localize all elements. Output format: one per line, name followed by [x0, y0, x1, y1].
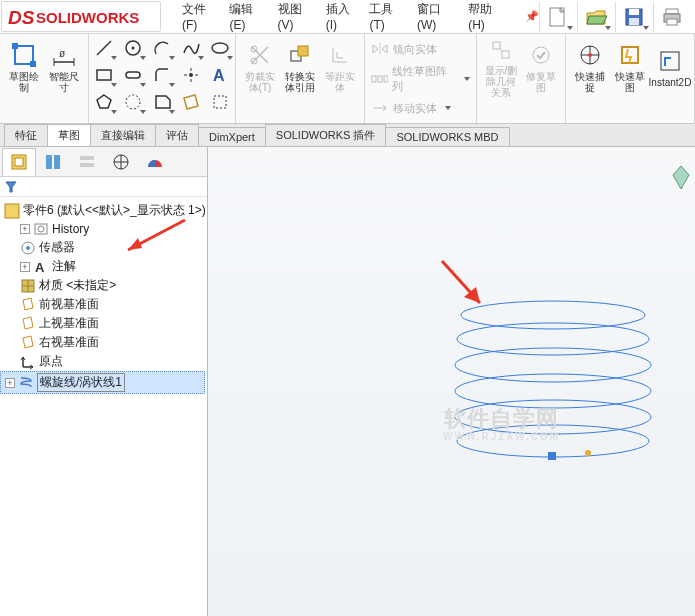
svg-rect-36 — [661, 52, 679, 70]
fillet-tool[interactable] — [148, 62, 176, 88]
sketch-tools-group: A — [89, 34, 236, 123]
tab-sketch[interactable]: 草图 — [47, 124, 91, 146]
tab-features[interactable]: 特征 — [4, 124, 48, 146]
svg-point-54 — [455, 374, 651, 408]
svg-point-48 — [26, 246, 30, 250]
svg-point-13 — [132, 47, 135, 50]
svg-rect-22 — [214, 96, 226, 108]
annotation-arrow-2 — [436, 257, 496, 317]
fm-tab-bar — [0, 147, 207, 177]
svg-point-34 — [588, 53, 592, 57]
svg-rect-26 — [298, 46, 308, 56]
expand-icon[interactable]: + — [20, 224, 30, 234]
slot-tool[interactable] — [119, 62, 147, 88]
open-button[interactable] — [577, 2, 613, 32]
svg-point-58 — [585, 450, 591, 456]
expand-icon[interactable]: + — [20, 262, 30, 272]
svg-marker-21 — [156, 96, 170, 108]
text-tool[interactable]: A — [206, 62, 234, 88]
construction-tool[interactable] — [206, 89, 234, 115]
svg-rect-3 — [629, 9, 639, 15]
quick-snap-button[interactable]: 快速捕 捉 — [570, 36, 610, 98]
tree-front-plane[interactable]: 前视基准面 — [2, 295, 205, 314]
tree-helix[interactable]: + 螺旋线/涡状线1 — [0, 371, 205, 394]
rapid-sketch-button[interactable]: 快速草 图 — [610, 36, 650, 98]
svg-rect-4 — [629, 18, 639, 25]
menu-window[interactable]: 窗口(W) — [417, 1, 458, 32]
tree-material[interactable]: 材质 <未指定> — [2, 276, 205, 295]
arc-tool[interactable] — [148, 35, 176, 61]
repair-sketch-button[interactable]: 修复草 图 — [521, 36, 561, 98]
plane-tool[interactable] — [177, 89, 205, 115]
svg-rect-15 — [97, 70, 111, 80]
svg-rect-29 — [384, 76, 388, 82]
save-button[interactable] — [615, 2, 651, 32]
fm-tab-property[interactable] — [36, 148, 70, 176]
svg-rect-42 — [80, 163, 94, 167]
tab-evaluate[interactable]: 评估 — [155, 124, 199, 146]
fm-tab-tree[interactable] — [2, 148, 36, 176]
point-tool[interactable] — [177, 62, 205, 88]
line-tool[interactable] — [90, 35, 118, 61]
ellipse-tool[interactable] — [206, 35, 234, 61]
tree-origin[interactable]: 原点 — [2, 352, 205, 371]
offset-button[interactable]: 等距实 体 — [320, 36, 360, 98]
graphics-viewport[interactable]: 软件自学网 WWW.RJZXW.COM — [208, 147, 695, 616]
fm-tab-dimxpert[interactable] — [104, 148, 138, 176]
feature-tabs: 特征 草图 直接编辑 评估 DimXpert SOLIDWORKS 插件 SOL… — [0, 124, 695, 147]
tab-addins[interactable]: SOLIDWORKS 插件 — [265, 124, 387, 146]
filter-row[interactable] — [0, 177, 207, 197]
svg-rect-5 — [666, 9, 678, 14]
feature-manager-panel: 零件6 (默认<<默认>_显示状态 1>) + History 传感器 + A … — [0, 147, 208, 616]
menu-insert[interactable]: 插入(I) — [326, 1, 360, 32]
tree-top-plane[interactable]: 上视基准面 — [2, 314, 205, 333]
spline-tool[interactable] — [177, 35, 205, 61]
watermark: 软件自学网 WWW.RJZXW.COM — [443, 407, 560, 442]
svg-rect-40 — [54, 155, 60, 169]
pin-icon[interactable]: 📌 — [525, 10, 539, 23]
fm-tab-appearance[interactable] — [138, 148, 172, 176]
linear-pattern-button[interactable]: 线性草图阵列 — [371, 64, 470, 94]
tree-annotations[interactable]: + A 注解 — [2, 257, 205, 276]
trim-button[interactable]: 剪裁实 体(T) — [240, 36, 280, 98]
mirror-button[interactable]: 镜向实体 — [371, 42, 470, 57]
svg-rect-16 — [126, 72, 140, 78]
quick-toolbar — [539, 0, 695, 33]
menu-view[interactable]: 视图(V) — [278, 1, 316, 32]
svg-rect-38 — [15, 158, 23, 166]
menu-tools[interactable]: 工具(T) — [369, 1, 406, 32]
print-button[interactable] — [653, 2, 689, 32]
instant2d-button[interactable]: Instant2D — [650, 36, 690, 98]
polygon-tool[interactable] — [90, 89, 118, 115]
svg-rect-10 — [30, 61, 36, 67]
svg-marker-19 — [97, 95, 111, 108]
expand-icon[interactable]: + — [5, 378, 15, 388]
svg-point-20 — [126, 95, 140, 109]
tab-dimxpert[interactable]: DimXpert — [198, 127, 266, 146]
new-button[interactable] — [539, 2, 575, 32]
chamfer-tool[interactable] — [148, 89, 176, 115]
app-logo[interactable]: DS SOLIDWORKS — [1, 1, 161, 32]
tab-mbd[interactable]: SOLIDWORKS MBD — [385, 127, 509, 146]
menu-file[interactable]: 文件(F) — [182, 1, 219, 32]
tab-direct-edit[interactable]: 直接编辑 — [90, 124, 156, 146]
move-entities-button[interactable]: 移动实体 — [371, 101, 470, 116]
convert-entities-button[interactable]: 转换实 体引用 — [280, 36, 320, 98]
circle-tool[interactable] — [119, 35, 147, 61]
view-triad-icon — [671, 161, 693, 191]
tree-right-plane[interactable]: 右视基准面 — [2, 333, 205, 352]
annotation-arrow-1 — [120, 218, 190, 258]
rectangle-tool[interactable] — [90, 62, 118, 88]
svg-text:ø: ø — [59, 48, 65, 59]
svg-text:DS: DS — [8, 7, 35, 28]
title-bar: DS SOLIDWORKS 文件(F) 编辑(E) 视图(V) 插入(I) 工具… — [0, 0, 695, 34]
centerline-tool[interactable] — [119, 89, 147, 115]
sketch-button[interactable]: 草图绘 制 — [4, 36, 44, 98]
main-menu: 文件(F) 编辑(E) 视图(V) 插入(I) 工具(T) 窗口(W) 帮助(H… — [162, 0, 539, 33]
relations-button[interactable]: 显示/删 除几何 关系 — [481, 36, 521, 98]
smart-dimension-button[interactable]: ø 智能尺 寸 — [44, 36, 84, 98]
menu-edit[interactable]: 编辑(E) — [229, 1, 267, 32]
svg-point-14 — [212, 43, 228, 53]
fm-tab-config[interactable] — [70, 148, 104, 176]
menu-help[interactable]: 帮助(H) — [468, 1, 507, 32]
